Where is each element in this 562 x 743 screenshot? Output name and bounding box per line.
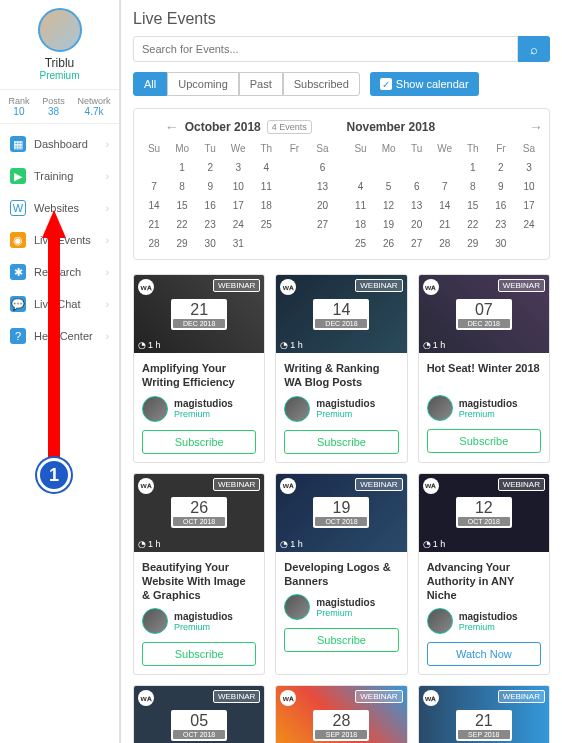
show-calendar-toggle[interactable]: ✓ Show calendar: [370, 72, 479, 96]
calendar-day[interactable]: 30: [487, 234, 515, 253]
user-avatar[interactable]: [38, 8, 82, 52]
filter-past[interactable]: Past: [239, 72, 283, 96]
calendar-day[interactable]: 24: [515, 215, 543, 234]
stat-rank[interactable]: Rank 10: [8, 96, 29, 117]
calendar-day[interactable]: 20: [403, 215, 431, 234]
event-author[interactable]: magistudios Premium: [142, 608, 256, 634]
sidebar-item-training[interactable]: ▶Training›: [0, 160, 119, 192]
prev-month[interactable]: ←: [165, 119, 179, 135]
calendar-day[interactable]: 25: [252, 215, 280, 234]
calendar-day[interactable]: 21: [431, 215, 459, 234]
filter-upcoming[interactable]: Upcoming: [167, 72, 239, 96]
calendar-day[interactable]: 3: [515, 158, 543, 177]
calendar-day[interactable]: 14: [431, 196, 459, 215]
calendar-day[interactable]: 16: [196, 196, 224, 215]
subscribe-button[interactable]: Subscribe: [284, 628, 398, 652]
calendar-day[interactable]: 10: [515, 177, 543, 196]
calendar-day[interactable]: 18: [252, 196, 280, 215]
calendar-day[interactable]: 12: [375, 196, 403, 215]
sidebar-item-websites[interactable]: WWebsites›: [0, 192, 119, 224]
calendar-day[interactable]: 3: [224, 158, 252, 177]
calendar-day[interactable]: 15: [459, 196, 487, 215]
calendar-day[interactable]: 9: [196, 177, 224, 196]
subscribe-button[interactable]: Subscribe: [427, 429, 541, 453]
filter-all[interactable]: All: [133, 72, 167, 96]
calendar-day[interactable]: 11: [347, 196, 375, 215]
next-month[interactable]: →: [529, 119, 543, 135]
search-button[interactable]: ⌕: [518, 36, 550, 62]
event-card[interactable]: wᴀ WEBINAR 21 SEP 2018 ◔1 h Advanced Wid…: [418, 685, 550, 743]
calendar-day[interactable]: 13: [308, 177, 336, 196]
event-author[interactable]: magistudios Premium: [427, 608, 541, 634]
calendar-day[interactable]: 6: [403, 177, 431, 196]
calendar-day[interactable]: 4: [347, 177, 375, 196]
calendar-day[interactable]: 24: [224, 215, 252, 234]
calendar-day[interactable]: 27: [308, 215, 336, 234]
calendar-day[interactable]: 26: [280, 215, 308, 234]
event-card[interactable]: wᴀ WEBINAR 21 DEC 2018 ◔1 h Amplifying Y…: [133, 274, 265, 463]
event-card[interactable]: wᴀ WEBINAR 14 DEC 2018 ◔1 h Writing & Ra…: [275, 274, 407, 463]
event-author[interactable]: magistudios Premium: [284, 594, 398, 620]
calendar-day[interactable]: 7: [140, 177, 168, 196]
calendar-day[interactable]: 25: [347, 234, 375, 253]
subscribe-button[interactable]: Subscribe: [142, 430, 256, 454]
calendar-day[interactable]: 21: [140, 215, 168, 234]
calendar-day[interactable]: 22: [168, 215, 196, 234]
calendar-day[interactable]: 5: [280, 158, 308, 177]
calendar-day[interactable]: 17: [515, 196, 543, 215]
calendar-day[interactable]: 20: [308, 196, 336, 215]
sidebar-item-live-events[interactable]: ◉Live Events›: [0, 224, 119, 256]
calendar-day[interactable]: 18: [347, 215, 375, 234]
stat-network[interactable]: Network 4.7k: [78, 96, 111, 117]
calendar-day[interactable]: 5: [375, 177, 403, 196]
calendar-day[interactable]: 22: [459, 215, 487, 234]
calendar-day[interactable]: 16: [487, 196, 515, 215]
calendar-day[interactable]: 2: [487, 158, 515, 177]
event-author[interactable]: magistudios Premium: [142, 396, 256, 422]
sidebar-item-help-center[interactable]: ?Help Center›: [0, 320, 119, 352]
calendar-day[interactable]: 23: [196, 215, 224, 234]
calendar-day[interactable]: 2: [196, 158, 224, 177]
calendar-day[interactable]: 6: [308, 158, 336, 177]
search-input[interactable]: [133, 36, 518, 62]
user-name[interactable]: Triblu: [4, 56, 115, 70]
subscribe-button[interactable]: Subscribe: [142, 642, 256, 666]
event-card[interactable]: wᴀ WEBINAR 28 SEP 2018 ◔1 h Professional…: [275, 685, 407, 743]
calendar-day[interactable]: 19: [280, 196, 308, 215]
subscribe-button[interactable]: Subscribe: [284, 430, 398, 454]
calendar-day[interactable]: 11: [252, 177, 280, 196]
sidebar-item-live-chat[interactable]: 💬Live Chat›: [0, 288, 119, 320]
event-card[interactable]: wᴀ WEBINAR 26 OCT 2018 ◔1 h Beautifying …: [133, 473, 265, 676]
calendar-day[interactable]: 31: [224, 234, 252, 253]
calendar-day[interactable]: 1: [168, 158, 196, 177]
event-card[interactable]: wᴀ WEBINAR 19 OCT 2018 ◔1 h Developing L…: [275, 473, 407, 676]
event-author[interactable]: magistudios Premium: [427, 395, 541, 421]
calendar-day[interactable]: 8: [459, 177, 487, 196]
calendar-day[interactable]: 14: [140, 196, 168, 215]
stat-posts[interactable]: Posts 38: [42, 96, 65, 117]
calendar-day[interactable]: 10: [224, 177, 252, 196]
event-card[interactable]: wᴀ WEBINAR 07 DEC 2018 ◔1 h Hot Seat! Wi…: [418, 274, 550, 463]
calendar-day[interactable]: 28: [431, 234, 459, 253]
calendar-day[interactable]: 29: [168, 234, 196, 253]
calendar-day[interactable]: 30: [196, 234, 224, 253]
calendar-day[interactable]: 8: [168, 177, 196, 196]
calendar-day[interactable]: 15: [168, 196, 196, 215]
calendar-day[interactable]: 4: [252, 158, 280, 177]
calendar-day[interactable]: 7: [431, 177, 459, 196]
calendar-day[interactable]: 27: [403, 234, 431, 253]
sidebar-item-dashboard[interactable]: ▦Dashboard›: [0, 128, 119, 160]
calendar-day[interactable]: 12: [280, 177, 308, 196]
sidebar-item-research[interactable]: ✱Research›: [0, 256, 119, 288]
calendar-day[interactable]: 28: [140, 234, 168, 253]
event-author[interactable]: magistudios Premium: [284, 396, 398, 422]
event-card[interactable]: wᴀ WEBINAR 05 OCT 2018 ◔1 h Strategies f…: [133, 685, 265, 743]
calendar-day[interactable]: 17: [224, 196, 252, 215]
calendar-day[interactable]: 23: [487, 215, 515, 234]
event-card[interactable]: wᴀ WEBINAR 12 OCT 2018 ◔1 h Advancing Yo…: [418, 473, 550, 676]
filter-subscribed[interactable]: Subscribed: [283, 72, 360, 96]
calendar-day[interactable]: 9: [487, 177, 515, 196]
calendar-day[interactable]: 1: [459, 158, 487, 177]
calendar-day[interactable]: 29: [459, 234, 487, 253]
calendar-day[interactable]: 26: [375, 234, 403, 253]
